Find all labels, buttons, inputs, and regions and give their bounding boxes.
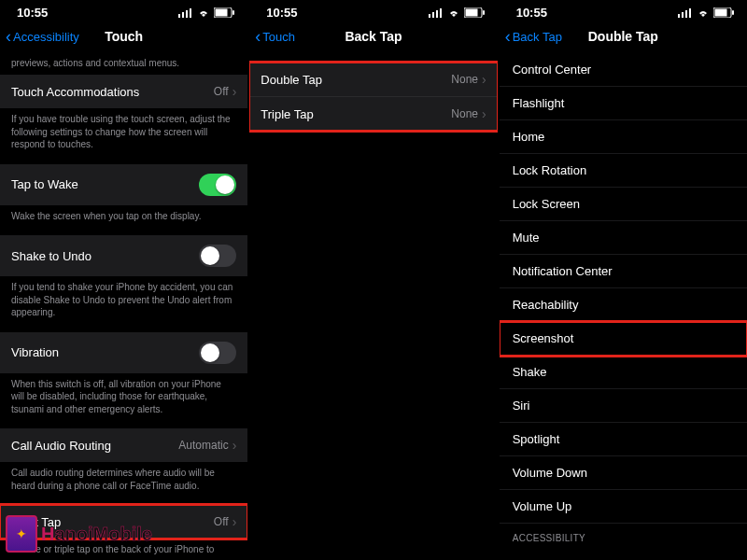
section-header-accessibility: Accessibility [500, 524, 747, 545]
action-row-mute[interactable]: Mute [500, 221, 747, 255]
svg-rect-3 [190, 8, 191, 18]
screenshot-panel-3: 10:55 ‹ Back Tap Double Tap Control Cent… [500, 0, 747, 560]
action-label: Spotlight [513, 432, 560, 446]
action-list: Control CenterFlashlightHomeLock Rotatio… [500, 53, 747, 560]
toggle-switch[interactable] [199, 342, 236, 364]
truncated-footer: previews, actions and contextual menus. [0, 53, 247, 69]
action-label: Reachability [513, 298, 579, 312]
action-row-volume-up[interactable]: Volume Up [500, 490, 747, 524]
action-label: Siri [513, 399, 530, 413]
value-text: Automatic [178, 439, 228, 452]
svg-rect-20 [732, 10, 734, 15]
svg-rect-15 [682, 12, 684, 18]
svg-rect-16 [685, 10, 687, 18]
row-call-audio-routing[interactable]: Call Audio Routing Automatic › [0, 428, 247, 462]
action-row-screenshot[interactable]: Screenshot [500, 322, 747, 356]
action-row-lock-rotation[interactable]: Lock Rotation [500, 154, 747, 188]
row-double-tap[interactable]: Double Tap None › [249, 63, 497, 97]
row-footer: When this switch is off, all vibration o… [0, 373, 247, 424]
svg-rect-14 [678, 14, 680, 18]
nav-bar: ‹ Accessibility Touch [0, 21, 247, 53]
svg-rect-6 [233, 10, 234, 15]
action-row-spotlight[interactable]: Spotlight [500, 423, 747, 456]
nav-bar: ‹ Touch Back Tap [249, 21, 497, 53]
wifi-icon [697, 8, 710, 18]
action-row-volume-down[interactable]: Volume Down [500, 456, 747, 490]
svg-rect-1 [182, 12, 184, 18]
status-icons [678, 7, 734, 18]
action-label: Flashlight [513, 96, 565, 110]
action-label: Mute [513, 231, 540, 245]
row-footer: If you tend to shake your iPhone by acci… [0, 276, 247, 327]
action-row-flashlight[interactable]: Flashlight [500, 87, 747, 120]
action-label: Control Center [513, 63, 592, 77]
svg-rect-9 [436, 10, 438, 18]
action-row-control-center[interactable]: Control Center [500, 53, 747, 87]
status-time: 10:55 [17, 6, 48, 20]
signal-icon [429, 8, 444, 18]
action-label: Notification Center [513, 264, 613, 278]
status-icons [429, 7, 485, 18]
watermark-rest: anoiMobile [54, 524, 151, 544]
action-row-reachability[interactable]: Reachability [500, 288, 747, 322]
back-label: Back Tap [513, 30, 562, 44]
battery-icon [464, 7, 485, 18]
status-bar: 10:55 [249, 0, 497, 21]
settings-content: previews, actions and contextual menus. … [0, 53, 247, 560]
status-bar: 10:55 [500, 0, 747, 21]
row-value: None › [451, 106, 486, 121]
watermark-letter: H [41, 524, 54, 544]
row-touch-accommodations[interactable]: Touch Accommodations Off › [0, 75, 247, 108]
action-label: Lock Screen [513, 197, 580, 211]
svg-rect-0 [178, 14, 180, 18]
row-label: Shake to Undo [11, 249, 92, 263]
settings-content: Double Tap None › Triple Tap None › [249, 53, 497, 560]
battery-icon [214, 7, 234, 18]
chevron-left-icon: ‹ [505, 28, 511, 45]
svg-rect-13 [483, 10, 485, 15]
svg-rect-12 [465, 9, 477, 17]
row-value: Off › [214, 84, 236, 99]
row-value: Automatic › [178, 438, 236, 453]
chevron-right-icon: › [233, 514, 237, 529]
svg-rect-7 [429, 14, 430, 18]
svg-rect-10 [440, 8, 442, 18]
row-label: Tap to Wake [11, 177, 78, 191]
action-label: Volume Down [513, 466, 587, 480]
svg-rect-2 [186, 10, 188, 18]
svg-rect-19 [714, 9, 726, 17]
toggle-switch[interactable] [199, 174, 236, 196]
row-tap-to-wake[interactable]: Tap to Wake [0, 164, 247, 205]
row-shake-to-undo[interactable]: Shake to Undo [0, 235, 247, 276]
action-row-lock-screen[interactable]: Lock Screen [500, 188, 747, 221]
chevron-left-icon: ‹ [255, 28, 261, 45]
row-vibration[interactable]: Vibration [0, 332, 247, 373]
action-row-home[interactable]: Home [500, 120, 747, 154]
action-row-notification-center[interactable]: Notification Center [500, 255, 747, 288]
toggle-switch[interactable] [199, 245, 236, 267]
chevron-left-icon: ‹ [6, 28, 11, 45]
status-bar: 10:55 [0, 0, 247, 21]
row-footer: If you have trouble using the touch scre… [0, 108, 247, 159]
back-button[interactable]: ‹ Back Tap [505, 28, 562, 45]
action-row-shake[interactable]: Shake [500, 356, 747, 389]
back-button[interactable]: ‹ Accessibility [6, 28, 79, 45]
back-button[interactable]: ‹ Touch [255, 28, 295, 45]
wifi-icon [447, 8, 460, 18]
action-label: Lock Rotation [513, 163, 587, 177]
row-footer: Call audio routing determines where audi… [0, 462, 247, 499]
svg-rect-5 [216, 9, 228, 17]
action-label: Shake [513, 365, 547, 379]
chevron-right-icon: › [482, 106, 486, 121]
row-label: Triple Tap [261, 107, 313, 121]
row-triple-tap[interactable]: Triple Tap None › [249, 97, 497, 131]
battery-icon [713, 7, 734, 18]
row-value: None › [451, 72, 486, 87]
action-row-siri[interactable]: Siri [500, 389, 747, 423]
chevron-right-icon: › [482, 72, 486, 87]
screenshot-panel-1: 10:55 ‹ Accessibility Touch previews, ac… [0, 0, 247, 560]
value-text: Off [214, 85, 229, 98]
back-label: Touch [262, 30, 295, 44]
watermark: HanoiMobile [6, 515, 152, 553]
value-text: Off [214, 515, 229, 528]
